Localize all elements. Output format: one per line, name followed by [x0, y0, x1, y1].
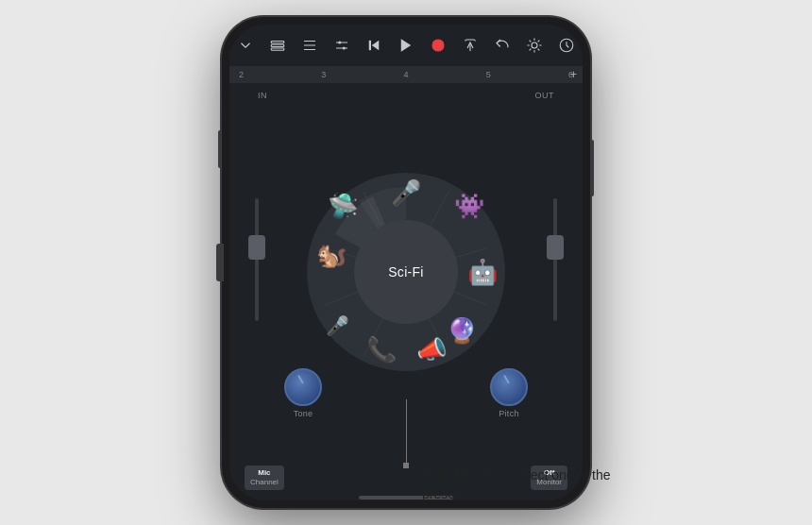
dial-ufo-emoji[interactable]: 🛸 [328, 194, 358, 218]
upload-icon[interactable] [462, 37, 479, 54]
svg-point-7 [338, 42, 341, 44]
dropdown-arrow-icon[interactable] [237, 37, 254, 54]
svg-line-23 [530, 49, 532, 51]
layers-icon[interactable] [269, 37, 286, 54]
clock-icon[interactable] [558, 37, 575, 54]
pitch-knob-circle[interactable] [490, 368, 528, 406]
svg-line-22 [538, 41, 540, 42]
skip-back-icon[interactable] [365, 37, 382, 54]
tone-label: Tone [294, 409, 313, 418]
ruler-mark-5: 5 [486, 70, 491, 79]
callout-text: Turn the dial to select one of the prese… [422, 466, 611, 504]
left-slider-track [255, 198, 259, 321]
channel-label: Channel [250, 478, 279, 487]
svg-point-9 [343, 47, 346, 50]
left-slider[interactable] [246, 110, 267, 409]
dial-inner[interactable]: Sci-Fi [354, 220, 458, 324]
dial-ball-emoji[interactable]: 🔮 [447, 318, 477, 343]
callout-dot [403, 463, 409, 468]
right-slider[interactable] [545, 110, 566, 409]
svg-marker-12 [401, 39, 412, 52]
callout [403, 399, 409, 468]
right-slider-thumb[interactable] [547, 235, 564, 260]
dial-center-label: Sci-Fi [388, 264, 424, 279]
dial-container[interactable]: 🎤 👾 🤖 🔮 📣 📞 🎤 🐿️ [307, 173, 505, 371]
side-button [216, 244, 224, 281]
ruler-plus[interactable]: + [570, 68, 577, 81]
brightness-icon[interactable] [526, 37, 543, 54]
tone-knob-circle[interactable] [284, 368, 322, 406]
dial-megaphone-emoji[interactable]: 📣 [416, 337, 447, 362]
svg-marker-10 [372, 41, 380, 51]
ruler-mark-3: 3 [321, 70, 326, 79]
svg-line-20 [530, 41, 532, 42]
dial-squirrel-emoji[interactable]: 🐿️ [316, 243, 347, 267]
mic-channel-badge[interactable]: Mic Channel [245, 466, 284, 491]
tone-knob[interactable]: Tone [284, 368, 322, 418]
svg-line-21 [538, 49, 540, 51]
in-label: IN [258, 91, 267, 100]
dial-robot-emoji[interactable]: 🤖 [467, 260, 498, 284]
dial-monster-emoji[interactable]: 👾 [454, 194, 484, 218]
svg-rect-1 [271, 44, 284, 46]
record-icon[interactable] [430, 37, 447, 54]
pitch-knob[interactable]: Pitch [490, 368, 528, 418]
list-icon[interactable] [301, 37, 318, 54]
pitch-label: Pitch [499, 409, 519, 418]
ruler-marks: 2 3 4 5 6 [239, 70, 573, 79]
dial-mic2-emoji[interactable]: 🎤 [326, 316, 349, 335]
svg-rect-0 [271, 42, 284, 43]
scene: 2 3 4 5 6 + IN OUT [0, 0, 812, 525]
ruler-mark-2: 2 [239, 70, 244, 79]
svg-rect-2 [271, 48, 284, 50]
mixer-icon[interactable] [333, 37, 350, 54]
toolbar [229, 25, 583, 66]
svg-rect-11 [369, 41, 371, 51]
svg-point-15 [532, 42, 537, 48]
right-slider-track [553, 198, 557, 321]
undo-icon[interactable] [494, 37, 511, 54]
callout-container: Turn the dial to select one of the prese… [403, 399, 409, 468]
left-slider-thumb[interactable] [248, 235, 265, 260]
dial-phone-emoji[interactable]: 📞 [366, 337, 397, 362]
dial-mic-emoji[interactable]: 🎤 [391, 180, 421, 205]
callout-line [406, 399, 407, 466]
dial-outer[interactable]: 🎤 👾 🤖 🔮 📣 📞 🎤 🐿️ [307, 173, 505, 371]
svg-point-13 [432, 40, 444, 51]
ruler: 2 3 4 5 6 + [229, 66, 583, 83]
play-icon[interactable] [398, 37, 414, 54]
out-label: OUT [535, 91, 555, 100]
ruler-mark-4: 4 [403, 70, 408, 79]
mic-label: Mic [250, 468, 279, 478]
